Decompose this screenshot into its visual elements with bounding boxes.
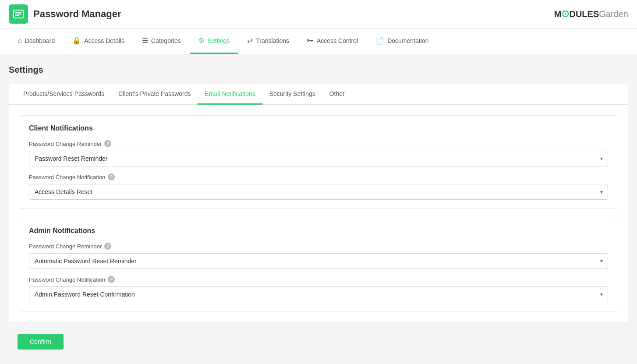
admin-notification-help-icon[interactable]: ? <box>108 276 115 283</box>
client-reminder-label: Password Change Reminder ? <box>29 140 608 147</box>
admin-notifications-title: Admin Notifications <box>29 227 608 235</box>
client-notification-select[interactable]: Access Details Reset None <box>29 184 608 200</box>
main-nav: ⌂ Dashboard 🔒 Access Details ☰ Categorie… <box>0 28 637 54</box>
client-reminder-select[interactable]: Password Reset Reminder None <box>29 151 608 166</box>
admin-reminder-help-icon[interactable]: ? <box>104 243 111 250</box>
client-reminder-group: Password Change Reminder ? Password Rese… <box>29 140 608 166</box>
admin-reminder-group: Password Change Reminder ? Automatic Pas… <box>29 243 608 269</box>
tab-private[interactable]: Client's Private Passwords <box>111 84 198 105</box>
client-notifications-title: Client Notifications <box>29 124 608 132</box>
tab-other[interactable]: Other <box>322 84 352 105</box>
mg-logo: M⊙DULESGarden <box>554 8 628 20</box>
tab-products[interactable]: Products/Services Passwords <box>16 84 111 105</box>
key-icon: 🗝 <box>307 37 314 45</box>
nav-item-access-control[interactable]: 🗝 Access Control <box>298 29 367 54</box>
admin-reminder-select-wrapper: Automatic Password Reset Reminder None ▾ <box>29 253 608 269</box>
admin-notification-select[interactable]: Admin Password Reset Confirmation None <box>29 286 608 302</box>
client-notification-label: Password Change Notification ? <box>29 173 608 180</box>
nav-item-settings[interactable]: ⚙ Settings <box>190 28 239 54</box>
admin-reminder-label: Password Change Reminder ? <box>29 243 608 250</box>
gear-icon: ⚙ <box>198 36 205 45</box>
client-notifications-section: Client Notifications Password Change Rem… <box>20 115 617 209</box>
footer-bar: Confirm <box>9 322 628 357</box>
admin-notification-group: Password Change Notification ? Admin Pas… <box>29 276 608 302</box>
nav-item-dashboard[interactable]: ⌂ Dashboard <box>9 29 64 54</box>
main-content: Settings Products/Services Passwords Cli… <box>0 54 637 364</box>
admin-reminder-select[interactable]: Automatic Password Reset Reminder None <box>29 253 608 269</box>
client-notification-select-wrapper: Access Details Reset None ▾ <box>29 184 608 200</box>
tab-security[interactable]: Security Settings <box>262 84 322 105</box>
translate-icon: ⇄ <box>247 36 253 45</box>
client-reminder-help-icon[interactable]: ? <box>104 140 111 147</box>
nav-item-documentation[interactable]: 📄 Documentation <box>367 28 437 54</box>
doc-icon: 📄 <box>375 36 384 45</box>
page-title: Settings <box>9 65 628 75</box>
confirm-button[interactable]: Confirm <box>18 334 64 350</box>
nav-item-categories[interactable]: ☰ Categories <box>133 28 190 54</box>
lock-icon: 🔒 <box>72 36 81 45</box>
nav-item-translations[interactable]: ⇄ Translations <box>238 28 298 54</box>
tabs-header: Products/Services Passwords Client's Pri… <box>9 84 628 105</box>
app-logo-icon <box>9 4 28 24</box>
admin-notification-select-wrapper: Admin Password Reset Confirmation None ▾ <box>29 286 608 302</box>
settings-tabs: Products/Services Passwords Client's Pri… <box>9 84 628 322</box>
home-icon: ⌂ <box>18 37 22 45</box>
header: Password Manager M⊙DULESGarden <box>0 0 637 28</box>
tab-email-notifications[interactable]: Email Notifications <box>198 84 262 105</box>
admin-notification-label: Password Change Notification ? <box>29 276 608 283</box>
list-icon: ☰ <box>142 36 148 45</box>
app-title: Password Manager <box>33 8 121 20</box>
client-reminder-select-wrapper: Password Reset Reminder None ▾ <box>29 151 608 166</box>
admin-notifications-section: Admin Notifications Password Change Remi… <box>20 218 617 311</box>
tab-content-email: Client Notifications Password Change Rem… <box>9 105 628 322</box>
client-notification-help-icon[interactable]: ? <box>108 173 115 180</box>
client-notification-group: Password Change Notification ? Access De… <box>29 173 608 200</box>
nav-item-access-details[interactable]: 🔒 Access Details <box>64 28 133 54</box>
header-left: Password Manager <box>9 4 121 24</box>
